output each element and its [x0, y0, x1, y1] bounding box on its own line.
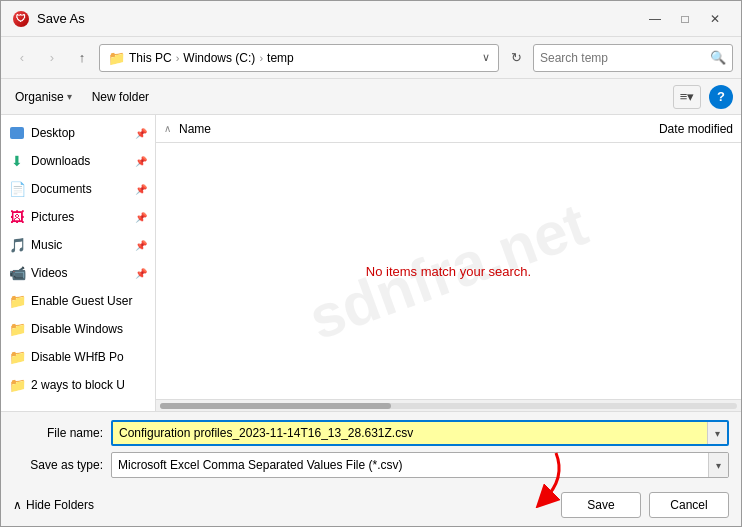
- no-items-message: No items match your search.: [366, 264, 531, 279]
- view-button[interactable]: ≡ ▾: [673, 85, 701, 109]
- minimize-button[interactable]: —: [641, 7, 669, 31]
- new-folder-button[interactable]: New folder: [86, 87, 155, 107]
- breadcrumb[interactable]: 📁 This PC › Windows (C:) › temp ∨: [99, 44, 499, 72]
- maximize-button[interactable]: □: [671, 7, 699, 31]
- folder-icon: 📁: [9, 321, 25, 337]
- save-button[interactable]: Save: [561, 492, 641, 518]
- breadcrumb-drive[interactable]: Windows (C:): [183, 51, 255, 65]
- file-list-body: sdnfra.net No items match your search.: [156, 143, 741, 399]
- sidebar-item-label: 2 ways to block U: [31, 378, 147, 392]
- save-as-dialog: 🛡 Save As — □ ✕ ‹ › ↑ 📁 This PC › Window…: [0, 0, 742, 527]
- toolbar: Organise ▾ New folder ≡ ▾ ?: [1, 79, 741, 115]
- bottom-form: File name: Configuration profiles_2023-1…: [1, 411, 741, 486]
- organise-button[interactable]: Organise ▾: [9, 87, 78, 107]
- pin-icon: 📌: [135, 156, 147, 167]
- filename-input-wrap[interactable]: Configuration profiles_2023-11-14T16_13_…: [111, 420, 729, 446]
- desktop-icon: [9, 125, 25, 141]
- search-input[interactable]: [540, 51, 706, 65]
- sidebar-item-label: Videos: [31, 266, 129, 280]
- breadcrumb-chevron-icon[interactable]: ∨: [482, 51, 490, 64]
- sidebar-item-label: Music: [31, 238, 129, 252]
- column-header: ∧ Name Date modified: [156, 115, 741, 143]
- sidebar-item-documents[interactable]: 📄 Documents 📌: [1, 175, 155, 203]
- window-controls: — □ ✕: [641, 7, 729, 31]
- breadcrumb-thispc[interactable]: This PC: [129, 51, 172, 65]
- sidebar-item-pictures[interactable]: 🖼 Pictures 📌: [1, 203, 155, 231]
- pin-icon: 📌: [135, 240, 147, 251]
- folder-icon: 📁: [108, 50, 125, 66]
- sidebar-item-label: Disable Windows: [31, 322, 147, 336]
- savetype-select[interactable]: Microsoft Excel Comma Separated Values F…: [111, 452, 729, 478]
- view-icon: ≡: [680, 89, 688, 104]
- view-chevron-icon: ▾: [687, 89, 694, 104]
- sidebar-item-label: Desktop: [31, 126, 129, 140]
- dialog-title: Save As: [37, 11, 641, 26]
- scrollbar-track: [160, 403, 737, 409]
- address-bar: ‹ › ↑ 📁 This PC › Windows (C:) › temp ∨ …: [1, 37, 741, 79]
- sidebar-item-label: Downloads: [31, 154, 129, 168]
- pictures-icon: 🖼: [9, 209, 25, 225]
- documents-icon: 📄: [9, 181, 25, 197]
- sidebar-item-label: Enable Guest User: [31, 294, 147, 308]
- sidebar: Desktop 📌 ⬇ Downloads 📌 📄 Documents 📌: [1, 115, 156, 411]
- close-button[interactable]: ✕: [701, 7, 729, 31]
- sidebar-item-desktop[interactable]: Desktop 📌: [1, 119, 155, 147]
- sidebar-item-disable-whfb[interactable]: 📁 Disable WHfB Po: [1, 343, 155, 371]
- pin-icon: 📌: [135, 128, 147, 139]
- forward-button[interactable]: ›: [39, 45, 65, 71]
- column-date-modified[interactable]: Date modified: [583, 122, 733, 136]
- pin-icon: 📌: [135, 212, 147, 223]
- cancel-button[interactable]: Cancel: [649, 492, 729, 518]
- main-content: Desktop 📌 ⬇ Downloads 📌 📄 Documents 📌: [1, 115, 741, 411]
- app-icon: 🛡: [13, 11, 29, 27]
- savetype-row: Save as type: Microsoft Excel Comma Sepa…: [13, 452, 729, 478]
- sidebar-item-label: Documents: [31, 182, 129, 196]
- scrollbar-thumb[interactable]: [160, 403, 391, 409]
- sidebar-item-disable-windows[interactable]: 📁 Disable Windows: [1, 315, 155, 343]
- folder-icon: 📁: [9, 349, 25, 365]
- sort-arrow-icon: ∧: [164, 123, 171, 134]
- pin-icon: 📌: [135, 184, 147, 195]
- organise-chevron-icon: ▾: [67, 91, 72, 102]
- sidebar-item-videos[interactable]: 📹 Videos 📌: [1, 259, 155, 287]
- savetype-label: Save as type:: [13, 458, 103, 472]
- savetype-dropdown-button[interactable]: ▾: [708, 453, 728, 477]
- search-box[interactable]: 🔍: [533, 44, 733, 72]
- hide-folders-button[interactable]: ∧ Hide Folders: [13, 498, 94, 512]
- sidebar-item-enable-guest[interactable]: 📁 Enable Guest User: [1, 287, 155, 315]
- up-button[interactable]: ↑: [69, 45, 95, 71]
- sidebar-item-downloads[interactable]: ⬇ Downloads 📌: [1, 147, 155, 175]
- horizontal-scrollbar[interactable]: [156, 399, 741, 411]
- help-button[interactable]: ?: [709, 85, 733, 109]
- column-name[interactable]: Name: [179, 122, 583, 136]
- search-icon[interactable]: 🔍: [710, 50, 726, 65]
- download-icon: ⬇: [9, 153, 25, 169]
- folder-icon: 📁: [9, 293, 25, 309]
- music-icon: 🎵: [9, 237, 25, 253]
- sidebar-item-music[interactable]: 🎵 Music 📌: [1, 231, 155, 259]
- filename-label: File name:: [13, 426, 103, 440]
- hide-folders-icon: ∧: [13, 498, 22, 512]
- footer: ∧ Hide Folders Save Cancel: [1, 486, 741, 526]
- refresh-button[interactable]: ↻: [503, 45, 529, 71]
- filename-input[interactable]: Configuration profiles_2023-11-14T16_13_…: [113, 422, 707, 444]
- videos-icon: 📹: [9, 265, 25, 281]
- filename-dropdown-button[interactable]: ▾: [707, 422, 727, 444]
- sidebar-item-label: Disable WHfB Po: [31, 350, 147, 364]
- file-area: ∧ Name Date modified sdnfra.net No items…: [156, 115, 741, 411]
- sidebar-item-2ways[interactable]: 📁 2 ways to block U: [1, 371, 155, 399]
- breadcrumb-folder[interactable]: temp: [267, 51, 294, 65]
- filename-row: File name: Configuration profiles_2023-1…: [13, 420, 729, 446]
- hide-folders-label: Hide Folders: [26, 498, 94, 512]
- back-button[interactable]: ‹: [9, 45, 35, 71]
- pin-icon: 📌: [135, 268, 147, 279]
- sidebar-item-label: Pictures: [31, 210, 129, 224]
- folder-icon: 📁: [9, 377, 25, 393]
- title-bar: 🛡 Save As — □ ✕: [1, 1, 741, 37]
- savetype-value: Microsoft Excel Comma Separated Values F…: [112, 453, 708, 477]
